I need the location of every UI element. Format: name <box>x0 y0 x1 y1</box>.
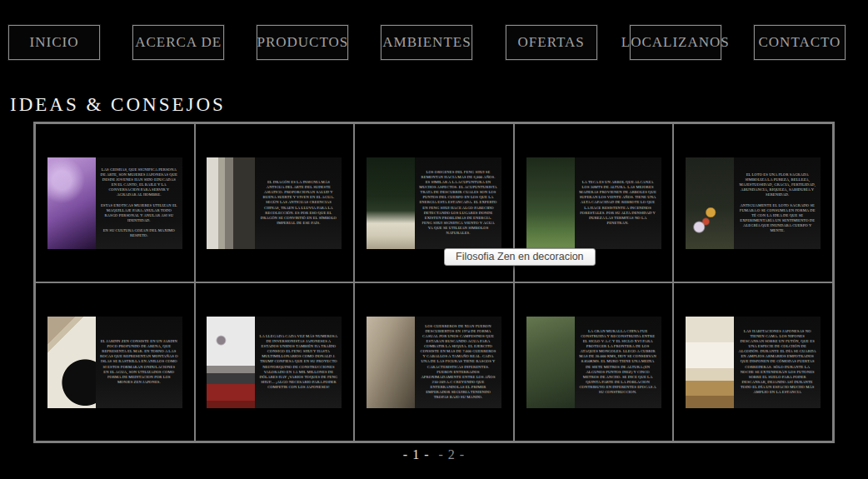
nav-item-productos[interactable]: PRODUCTOS <box>257 25 348 60</box>
pagination-page-1[interactable]: - 1 - <box>403 447 430 462</box>
idea-card-inversionistas[interactable]: LA LLEGADA CADA VEZ MÁS NUMEROSA DE INVE… <box>195 282 355 442</box>
idea-card-loto[interactable]: EL LOTO ES UNA FLOR SAGRADA SIMBOLIZA LA… <box>673 123 833 282</box>
ideas-gallery-grid: LAS GEISHAS, QUE SIGNIFICA PERSONA DE AR… <box>33 122 835 443</box>
idea-card-guerreros-xian[interactable]: LOS GUERREROS DE XIAN FUERON DESCUBIERTO… <box>354 282 514 442</box>
idea-card-geishas[interactable]: LAS GEISHAS, QUE SIGNIFICA PERSONA DE AR… <box>35 123 195 282</box>
terracotta-warriors-photo <box>367 317 415 408</box>
page-title: IDEAS & CONSEJOS <box>10 94 226 116</box>
nav-item-ofertas[interactable]: OFERTAS <box>506 25 597 60</box>
card-text: LAS GEISHAS, QUE SIGNIFICA PERSONA DE AR… <box>96 157 182 249</box>
slide-thumbnail: LOS GUERREROS DE XIAN FUERON DESCUBIERTO… <box>367 317 501 408</box>
idea-card-jardin-zen[interactable]: EL JARDIN ZEN CONSISTE EN UN JARDIN POCO… <box>35 282 195 442</box>
idea-card-gran-muralla[interactable]: LA GRAN MURALLA CHINA FUE CONSTRUIDA Y R… <box>514 282 674 442</box>
pagination-page-2[interactable]: - 2 - <box>439 447 466 462</box>
card-text: LOS GUERREROS DE XIAN FUERON DESCUBIERTO… <box>415 317 501 408</box>
card-text: LA TECA ES UN ARBOL QUE ALCANZA LOS 30MT… <box>575 157 661 249</box>
main-nav: INICIO ACERCA DE PRODUCTOS AMBIENTES OFE… <box>0 25 868 60</box>
nav-item-ambientes[interactable]: AMBIENTES <box>381 25 472 60</box>
slide-thumbnail: LAS GEISHAS, QUE SIGNIFICA PERSONA DE AR… <box>47 157 182 249</box>
card-text: LA LLEGADA CADA VEZ MÁS NUMEROSA DE INVE… <box>255 317 342 408</box>
japanese-futon-room-photo <box>686 317 734 408</box>
card-text: LA GRAN MURALLA CHINA FUE CONSTRUIDA Y R… <box>575 317 661 408</box>
card-text: EL JARDIN ZEN CONSISTE EN UN JARDIN POCO… <box>96 317 182 408</box>
slide-thumbnail: LOS ORIGENES DEL FENG SHUI SE REMONTAN H… <box>367 157 501 249</box>
card-text: LAS HABITACIONES JAPONESAS NO TIENEN CAM… <box>734 317 821 408</box>
slide-thumbnail: EL DRAGÓN ES LA INSIGNIA MÁS ANTIGUA DEL… <box>207 157 342 249</box>
slide-thumbnail: EL JARDIN ZEN CONSISTE EN UN JARDIN POCO… <box>47 317 182 408</box>
slide-thumbnail: LAS HABITACIONES JAPONESAS NO TIENEN CAM… <box>686 317 821 408</box>
pagination: - 1 - - 2 - <box>0 447 868 462</box>
nav-item-contacto[interactable]: CONTACTO <box>754 25 846 60</box>
image-tooltip: Filosofia Zen en decoracion <box>444 248 596 266</box>
card-text: LOS ORIGENES DEL FENG SHUI SE REMONTAN H… <box>415 157 501 249</box>
slide-thumbnail: LA GRAN MURALLA CHINA FUE CONSTRUIDA Y R… <box>526 317 661 408</box>
card-text: EL LOTO ES UNA FLOR SAGRADA SIMBOLIZA LA… <box>734 157 821 249</box>
teak-jungle-photo <box>526 157 575 249</box>
geisha-purple-portrait-photo <box>47 157 96 249</box>
idea-card-habitaciones[interactable]: LAS HABITACIONES JAPONESAS NO TIENEN CAM… <box>673 282 833 442</box>
slide-thumbnail: LA LLEGADA CADA VEZ MÁS NUMEROSA DE INVE… <box>207 317 342 408</box>
nav-item-inicio[interactable]: INICIO <box>8 25 100 60</box>
shanghai-tower-photo <box>207 317 255 408</box>
card-text: EL DRAGÓN ES LA INSIGNIA MÁS ANTIGUA DEL… <box>255 157 342 249</box>
slide-thumbnail: LA TECA ES UN ARBOL QUE ALCANZA LOS 30MT… <box>526 157 661 249</box>
asian-dragon-statue-photo <box>207 157 255 249</box>
feng-shui-garden-photo <box>367 157 415 249</box>
great-wall-photo <box>526 317 575 408</box>
idea-card-dragon[interactable]: EL DRAGÓN ES LA INSIGNIA MÁS ANTIGUA DEL… <box>195 123 355 282</box>
zen-sand-garden-photo <box>47 317 96 408</box>
slide-thumbnail: EL LOTO ES UNA FLOR SAGRADA SIMBOLIZA LA… <box>686 157 821 249</box>
buddha-lotus-photo <box>686 157 734 249</box>
nav-item-acerca-de[interactable]: ACERCA DE <box>132 25 224 60</box>
nav-item-localizanos[interactable]: LOCALIZANOS <box>630 25 721 60</box>
